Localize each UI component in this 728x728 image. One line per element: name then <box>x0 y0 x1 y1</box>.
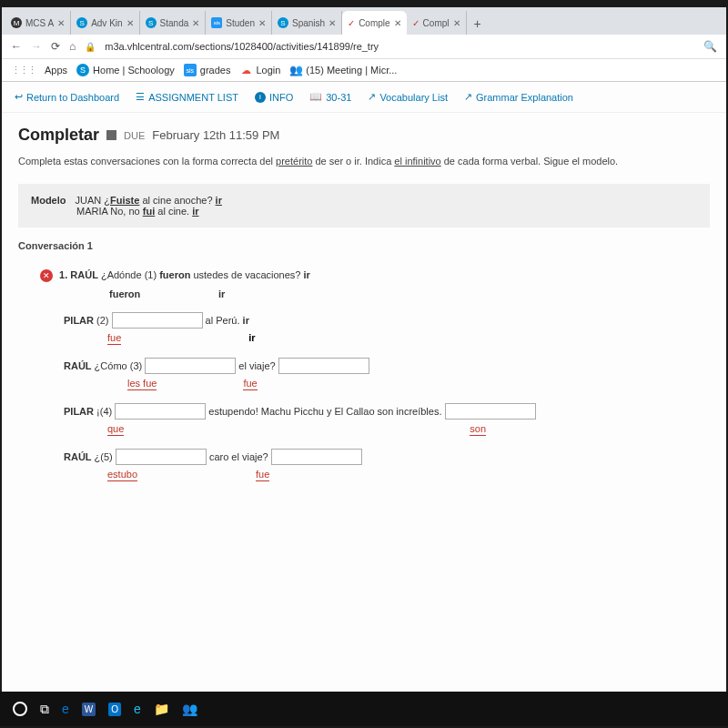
link-label: Vocabulary List <box>379 92 448 103</box>
vocab-link[interactable]: ↗ Vocabulary List <box>368 91 448 103</box>
link-label: INFO <box>269 92 293 103</box>
teams-icon: 👥 <box>289 64 302 76</box>
tab-spanish[interactable]: SSpanish✕ <box>272 11 342 35</box>
lock-icon: 🔒 <box>85 42 96 52</box>
link-label: Grammar Explanation <box>476 92 573 103</box>
reload-button[interactable]: ⟳ <box>51 40 60 53</box>
tab-completar-2[interactable]: ✓Compl✕ <box>407 11 467 35</box>
link-label: Return to Dashboard <box>26 92 119 103</box>
question-5: RAÚL ¿(5) caro el viaje? <box>64 449 710 465</box>
sis-icon: sis <box>184 64 197 76</box>
close-icon[interactable]: ✕ <box>57 18 65 28</box>
question-2: PILAR (2) al Perú. ir <box>64 312 710 329</box>
windows-taskbar: ⧉ e W O e 📁 👥 <box>0 692 728 726</box>
back-button[interactable]: ← <box>11 40 22 53</box>
cloud-icon: ☁ <box>239 64 252 76</box>
home-button[interactable]: ⌂ <box>69 40 76 53</box>
tab-label: Comple <box>359 18 389 28</box>
explorer-icon[interactable]: 📁 <box>154 702 169 716</box>
close-icon[interactable]: ✕ <box>453 18 460 28</box>
tab-label: Compl <box>423 18 450 28</box>
return-dashboard-link[interactable]: ↩ Return to Dashboard <box>15 91 119 103</box>
bookmark-label: grades <box>200 65 231 76</box>
apps-icon[interactable]: ⋮⋮⋮ <box>11 65 35 76</box>
close-icon[interactable]: ✕ <box>329 18 336 28</box>
tab-mcs[interactable]: MMCS A✕ <box>5 11 71 35</box>
favicon-icon: ✓ <box>412 18 420 28</box>
bookmark-label: Home | Schoology <box>93 65 175 76</box>
grammar-link[interactable]: ↗ Grammar Explanation <box>464 91 573 103</box>
modelo-label: Modelo <box>31 195 66 206</box>
close-icon[interactable]: ✕ <box>394 18 401 28</box>
answer-input-4a[interactable] <box>115 403 206 420</box>
correction-5: estubofue <box>64 469 710 481</box>
page-title: Completar DUE February 12th 11:59 PM <box>18 126 710 145</box>
question-1: ✕ 1. RAÚL ¿Adónde (1) fueron ustedes de … <box>40 268 710 284</box>
answer-input-5b[interactable] <box>271 449 362 465</box>
correction-2: fueir <box>64 332 710 345</box>
link-label: ASSIGNMENT LIST <box>148 92 238 103</box>
tab-advkin[interactable]: SAdv Kin✕ <box>71 11 139 35</box>
close-icon[interactable]: ✕ <box>258 18 266 28</box>
schoology-icon: S <box>76 64 89 76</box>
browser-tabs: MMCS A✕ SAdv Kin✕ SStanda✕ sisStuden✕ SS… <box>2 7 726 35</box>
url-text[interactable]: m3a.vhlcentral.com/sections/1028400/acti… <box>105 41 694 52</box>
answer-input-5a[interactable] <box>116 449 207 465</box>
edge-icon[interactable]: e <box>62 702 69 716</box>
favicon-icon: ✓ <box>348 18 355 28</box>
tab-label: MCS A <box>25 18 54 28</box>
pages-link[interactable]: 📖 30-31 <box>309 91 351 103</box>
bookmark-home[interactable]: SHome | Schoology <box>76 64 175 76</box>
bookmark-meeting[interactable]: 👥(15) Meeting | Micr... <box>289 64 397 76</box>
due-label: DUE <box>124 130 145 141</box>
forward-button[interactable]: → <box>31 40 42 53</box>
favicon-icon: sis <box>211 17 222 28</box>
close-icon[interactable]: ✕ <box>192 18 199 28</box>
tab-students[interactable]: sisStuden✕ <box>206 11 272 35</box>
bookmark-label: (15) Meeting | Micr... <box>306 65 397 76</box>
teams-icon[interactable]: 👥 <box>182 702 197 716</box>
info-link[interactable]: i INFO <box>255 92 293 103</box>
instructions: Completa estas conversaciones con la for… <box>18 154 710 169</box>
bookmark-label: Login <box>256 65 280 76</box>
flag-icon[interactable] <box>106 130 116 140</box>
outlook-icon[interactable]: O <box>108 703 121 716</box>
tab-label: Spanish <box>292 18 325 28</box>
correction-3: les fuefue <box>64 378 710 390</box>
favicon-icon: S <box>146 17 157 28</box>
tab-label: Adv Kin <box>91 18 122 28</box>
address-bar: ← → ⟳ ⌂ 🔒 m3a.vhlcentral.com/sections/10… <box>2 35 726 59</box>
close-icon[interactable]: ✕ <box>126 18 134 28</box>
tab-standards[interactable]: SStanda✕ <box>140 11 207 35</box>
bookmark-label: Apps <box>45 65 67 76</box>
tab-completar-active[interactable]: ✓Comple✕ <box>342 11 406 35</box>
due-date: February 12th 11:59 PM <box>152 128 279 142</box>
link-label: 30-31 <box>326 92 351 103</box>
assignment-list-link[interactable]: ☰ ASSIGNMENT LIST <box>136 91 238 103</box>
cortana-icon[interactable] <box>13 702 27 716</box>
answer-input-3b[interactable] <box>278 358 369 374</box>
favicon-icon: S <box>76 17 87 28</box>
activity-nav: ↩ Return to Dashboard ☰ ASSIGNMENT LIST … <box>2 82 726 113</box>
bookmark-login[interactable]: ☁Login <box>239 64 280 76</box>
ie-icon[interactable]: e <box>134 702 141 716</box>
bookmark-apps[interactable]: Apps <box>45 65 67 76</box>
question-3: RAÚL ¿Cómo (3) el viaje? <box>64 358 710 374</box>
task-view-icon[interactable]: ⧉ <box>40 702 49 717</box>
answer-input-2[interactable] <box>112 312 203 329</box>
search-icon[interactable]: 🔍 <box>703 40 717 53</box>
answer-row-1: fueronir <box>109 288 710 299</box>
title-text: Completar <box>18 126 99 145</box>
answer-input-3a[interactable] <box>145 358 236 374</box>
answer-input-4b[interactable] <box>445 403 536 420</box>
conversation-heading: Conversación 1 <box>18 240 710 251</box>
correction-4: queson <box>64 423 710 436</box>
wrong-icon: ✕ <box>40 269 53 282</box>
page-content: ↩ Return to Dashboard ☰ ASSIGNMENT LIST … <box>2 82 726 692</box>
info-icon: i <box>255 92 266 103</box>
word-icon[interactable]: W <box>82 703 96 716</box>
favicon-icon: M <box>11 17 22 28</box>
bookmark-grades[interactable]: sisgrades <box>184 64 231 76</box>
new-tab-button[interactable]: + <box>467 13 489 35</box>
tab-label: Standa <box>160 18 189 28</box>
